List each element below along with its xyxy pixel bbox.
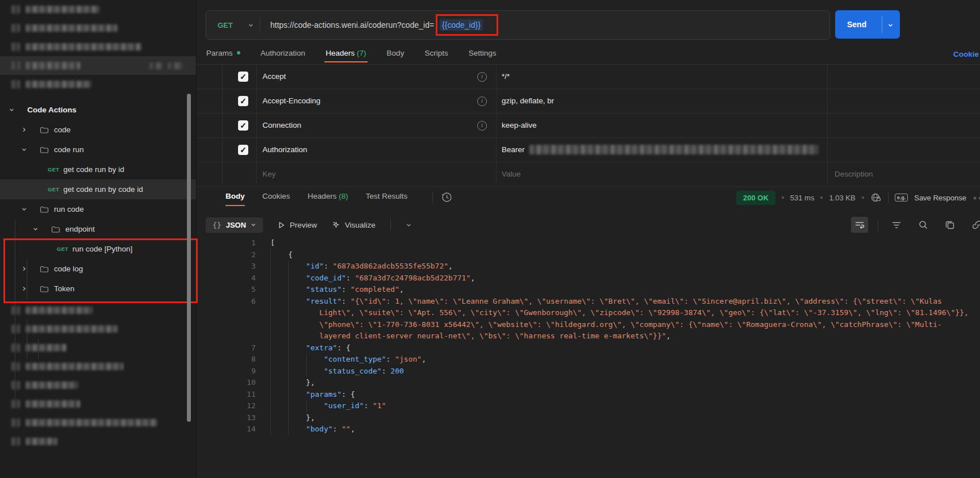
sidebar-scrollbar[interactable] (187, 94, 191, 422)
redacted-sidebar-item[interactable] (0, 395, 196, 413)
header-value[interactable]: */* (502, 65, 510, 89)
response-body-json[interactable]: 1[2{3"id": "687a3d862adcb5535fe55b72",4"… (231, 237, 970, 435)
header-key[interactable]: Connection (262, 114, 301, 137)
tab-headers[interactable]: Headers (7) (326, 49, 366, 62)
redacted-label (26, 419, 157, 426)
chevron-down-icon[interactable] (20, 146, 27, 153)
sidebar-request-run-code-python-[interactable]: GETrun code [Python] (0, 239, 196, 259)
history-clock-icon[interactable] (441, 191, 453, 203)
redacted-sidebar-item[interactable] (0, 432, 196, 451)
redacted-sidebar-item[interactable] (0, 56, 196, 75)
send-button[interactable]: Send (835, 10, 900, 39)
indent-guide (288, 424, 289, 435)
indent-guide (288, 272, 289, 284)
filter-icon[interactable] (888, 217, 905, 233)
header-key[interactable]: Accept-Encoding (262, 89, 320, 113)
key-placeholder[interactable]: Key (262, 162, 276, 186)
chevron-down-icon[interactable] (8, 107, 15, 114)
new-header-row[interactable]: Key Value Description (197, 162, 980, 187)
chevron-down-icon[interactable] (32, 226, 39, 233)
response-tab-body[interactable]: Body (226, 192, 245, 206)
format-selected-label: JSON (226, 221, 246, 229)
code-line: 14"body": "", (231, 424, 970, 435)
header-row-authorization[interactable]: ✓AuthorizationBearer (197, 138, 980, 162)
code-line: 7"extra": { (231, 342, 970, 354)
response-tab-cookies[interactable]: Cookies (262, 192, 290, 206)
save-response-button[interactable]: Save Response (914, 194, 966, 202)
indent-guide (270, 284, 271, 296)
cookies-link[interactable]: Cookie (953, 50, 979, 58)
sidebar-folder-endpoint[interactable]: endpoint (0, 219, 196, 239)
copy-icon[interactable] (941, 217, 958, 233)
format-more-chevron-icon[interactable] (406, 222, 412, 228)
preview-button[interactable]: Preview (278, 221, 317, 229)
line-number: 4 (231, 272, 256, 284)
status-badge[interactable]: 200 OK (736, 191, 775, 205)
redacted-sidebar-item[interactable] (0, 376, 196, 395)
info-icon[interactable]: i (477, 72, 487, 82)
value-placeholder[interactable]: Value (502, 162, 521, 186)
redacted-sidebar-item[interactable] (0, 37, 196, 56)
response-tab-test-results[interactable]: Test Results (366, 192, 408, 206)
redacted-sidebar-item[interactable] (0, 413, 196, 432)
header-checkbox[interactable]: ✓ (238, 72, 248, 82)
header-key[interactable]: Authorization (262, 138, 307, 162)
redacted-sidebar-item[interactable] (0, 338, 196, 357)
sidebar-folder-code[interactable]: code (0, 120, 196, 140)
chevron-down-icon[interactable] (20, 206, 27, 213)
indent-guide (270, 400, 271, 412)
method-chevron-down-icon[interactable] (248, 22, 254, 28)
tab-authorization[interactable]: Authorization (261, 49, 306, 62)
header-value[interactable]: gzip, deflate, br (502, 89, 554, 113)
redacted-sidebar-item[interactable] (0, 320, 196, 338)
header-row-accept-encoding[interactable]: ✓Accept-Encodingigzip, deflate, br (197, 89, 980, 114)
response-tab-headers[interactable]: Headers (8) (308, 192, 348, 206)
send-chevron-down-icon[interactable] (887, 22, 894, 28)
description-placeholder[interactable]: Description (835, 162, 873, 186)
header-key[interactable]: Accept (262, 65, 286, 89)
tab-body[interactable]: Body (387, 49, 404, 62)
header-checkbox[interactable]: ✓ (238, 120, 248, 131)
response-size[interactable]: 1.03 KB (829, 194, 855, 202)
method-selector[interactable]: GET (206, 21, 248, 30)
link-icon[interactable] (968, 217, 980, 233)
wrap-text-button[interactable] (851, 217, 868, 233)
header-value[interactable]: keep-alive (502, 114, 537, 137)
tab-params[interactable]: Params (206, 49, 240, 62)
redacted-sidebar-item[interactable] (0, 0, 196, 19)
code-line: 5"status": "completed", (231, 284, 970, 296)
url-input[interactable]: https://code-actions.weni.ai/coderun?cod… (270, 19, 498, 31)
info-icon[interactable]: i (477, 121, 487, 131)
sidebar-request-get-code-run-by-id[interactable]: GETget code run by id (0, 160, 196, 179)
more-options-icon[interactable]: ∘∘ (973, 194, 980, 202)
sidebar-folder-code-actions[interactable]: Code Actions (0, 100, 196, 120)
redacted-sidebar-item[interactable] (0, 357, 196, 376)
header-value[interactable]: Bearer (502, 138, 818, 162)
sidebar-request-get-code-run-by-code-id[interactable]: GETget code run by code id (0, 179, 196, 199)
network-globe-lock-icon[interactable] (870, 192, 882, 203)
request-tabs: ParamsAuthorizationHeaders (7)BodyScript… (206, 48, 496, 64)
format-select[interactable]: {} JSON (206, 217, 263, 233)
chevron-right-icon[interactable] (20, 127, 27, 133)
visualize-button[interactable]: Visualize (332, 221, 376, 229)
response-time[interactable]: 531 ms (790, 194, 815, 202)
sidebar-folder-code-log[interactable]: code log (0, 259, 196, 279)
header-row-accept[interactable]: ✓Accepti*/* (197, 65, 980, 89)
sidebar-folder-run-code[interactable]: run code (0, 199, 196, 219)
info-icon[interactable]: i (477, 97, 487, 106)
sidebar-folder-code-run[interactable]: code run (0, 140, 196, 160)
header-checkbox[interactable]: ✓ (238, 96, 248, 106)
url-variable[interactable]: {{code_id}} (440, 19, 483, 31)
header-checkbox[interactable]: ✓ (238, 145, 248, 155)
sidebar-folder-token[interactable]: Token (0, 279, 196, 299)
search-icon[interactable] (915, 217, 932, 233)
redacted-sidebar-item[interactable] (0, 301, 196, 320)
redacted-sidebar-item[interactable] (0, 75, 196, 94)
indent-guide (288, 377, 289, 389)
method-badge: GET (48, 166, 59, 173)
tab-scripts[interactable]: Scripts (424, 49, 448, 62)
redacted-sidebar-item[interactable] (0, 19, 196, 37)
header-row-connection[interactable]: ✓Connectionikeep-alive (197, 114, 980, 138)
line-number: 2 (231, 249, 256, 261)
tab-settings[interactable]: Settings (469, 49, 497, 62)
